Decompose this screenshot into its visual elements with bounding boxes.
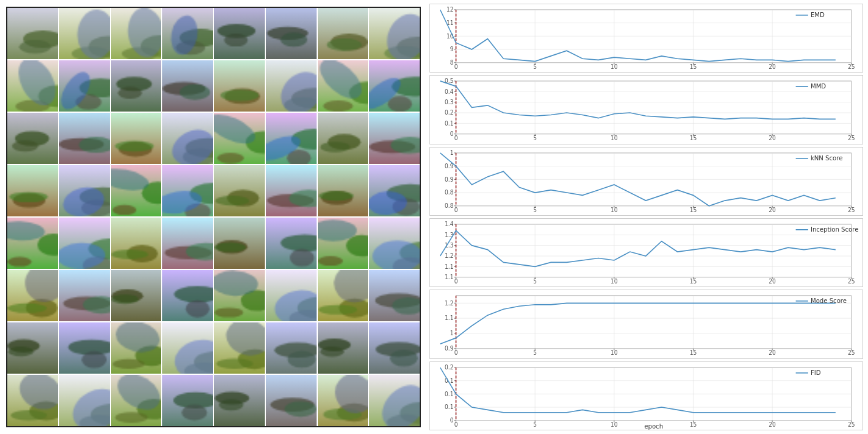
svg-text:9: 9	[450, 46, 454, 53]
grid-cell	[7, 375, 58, 426]
grid-cell	[111, 375, 162, 426]
grid-cell	[369, 270, 420, 321]
svg-text:25: 25	[848, 349, 855, 357]
svg-text:15: 15	[690, 421, 697, 428]
grid-cell	[59, 322, 110, 374]
grid-cell	[162, 270, 213, 321]
grid-cell	[111, 218, 162, 269]
legend-mode: Mode Score	[811, 297, 847, 305]
grid-cell	[7, 218, 58, 269]
svg-text:0.4: 0.4	[445, 88, 453, 96]
svg-text:0.3: 0.3	[445, 99, 453, 106]
svg-text:0.8: 0.8	[445, 202, 453, 209]
svg-text:15: 15	[690, 206, 697, 213]
grid-cell	[162, 8, 213, 59]
svg-text:1.1: 1.1	[445, 274, 453, 281]
chart-inception: 1.11.11.21.31.31.40510152025Inception Sc…	[429, 218, 863, 287]
svg-text:25: 25	[848, 206, 855, 213]
svg-rect-123	[456, 224, 852, 277]
grid-cell	[214, 113, 265, 164]
grid-cell	[59, 60, 110, 112]
grid-cell	[111, 8, 162, 59]
grid-cell	[369, 113, 420, 164]
svg-text:10: 10	[611, 277, 618, 285]
grid-cell	[318, 165, 368, 216]
svg-text:1: 1	[450, 149, 454, 156]
grid-cell	[111, 322, 162, 374]
chart-mmd: 00.10.20.30.40.50510152025MMD	[429, 75, 863, 144]
grid-cell	[266, 322, 317, 374]
svg-text:0.2: 0.2	[445, 109, 453, 116]
grid-cell	[369, 165, 420, 216]
svg-text:1.1: 1.1	[445, 315, 453, 322]
grid-cell	[266, 218, 317, 269]
svg-text:0: 0	[450, 130, 454, 138]
metrics-charts-panel: 891011120510152025EMD00.10.20.30.40.5051…	[427, 0, 868, 434]
svg-text:0.8: 0.8	[445, 189, 453, 196]
grid-cell	[59, 218, 110, 269]
grid-cell	[111, 60, 162, 112]
chart-fid: 00.10.10.10.20510152025epochFID	[429, 361, 863, 430]
grid-cell	[111, 113, 162, 164]
svg-text:0: 0	[454, 349, 458, 357]
legend-inception: Inception Score	[811, 226, 859, 234]
svg-text:1.3: 1.3	[445, 242, 453, 249]
svg-text:epoch: epoch	[644, 422, 663, 430]
svg-text:25: 25	[848, 277, 855, 285]
svg-text:10: 10	[611, 206, 618, 213]
svg-text:1.1: 1.1	[445, 263, 453, 270]
grid-cell	[214, 8, 265, 59]
svg-text:15: 15	[690, 349, 697, 357]
grid-cell	[214, 165, 265, 216]
svg-text:15: 15	[690, 63, 697, 70]
svg-text:15: 15	[690, 135, 697, 142]
grid-cell	[162, 375, 213, 426]
legend-knn: kNN Score	[811, 154, 843, 162]
svg-text:12: 12	[447, 6, 454, 13]
svg-text:0.2: 0.2	[445, 363, 453, 371]
svg-text:20: 20	[769, 206, 776, 213]
svg-text:1.2: 1.2	[445, 300, 453, 307]
grid-cell	[214, 322, 265, 374]
chart-emd: 891011120510152025EMD	[429, 4, 863, 73]
svg-text:0.1: 0.1	[445, 404, 453, 411]
svg-text:25: 25	[848, 421, 855, 428]
grid-cell	[214, 375, 265, 426]
svg-text:5: 5	[533, 135, 537, 142]
svg-text:10: 10	[611, 421, 618, 428]
grid-cell	[266, 165, 317, 216]
svg-text:5: 5	[533, 63, 537, 70]
grid-cell	[7, 60, 58, 112]
grid-cell	[369, 322, 420, 374]
grid-cell	[266, 375, 317, 426]
svg-text:5: 5	[533, 277, 537, 285]
svg-text:25: 25	[848, 63, 855, 70]
grid-cell	[59, 113, 110, 164]
chart-knn: 0.80.80.90.910510152025kNN Score	[429, 147, 863, 216]
grid-cell	[318, 218, 368, 269]
grid-cell	[318, 113, 368, 164]
svg-text:0: 0	[454, 277, 458, 285]
grid-cell	[266, 270, 317, 321]
grid-cell	[318, 8, 368, 59]
grid-cell	[162, 218, 213, 269]
grid-cell	[7, 165, 58, 216]
svg-text:20: 20	[769, 135, 776, 142]
svg-text:20: 20	[769, 277, 776, 285]
grid-cell	[59, 8, 110, 59]
grid-cell	[59, 165, 110, 216]
svg-text:0.9: 0.9	[445, 345, 453, 352]
grid-cell	[162, 322, 213, 374]
legend-emd: EMD	[811, 11, 825, 20]
svg-text:20: 20	[769, 63, 776, 70]
svg-text:0: 0	[454, 421, 458, 428]
legend-fid: FID	[811, 368, 821, 377]
svg-text:10: 10	[611, 349, 618, 357]
svg-text:25: 25	[848, 135, 855, 142]
image-grid-panel	[0, 0, 427, 434]
svg-text:8: 8	[450, 59, 454, 66]
svg-text:0: 0	[454, 206, 458, 213]
generated-images-grid	[6, 7, 421, 427]
grid-cell	[318, 322, 368, 374]
svg-text:20: 20	[769, 349, 776, 357]
